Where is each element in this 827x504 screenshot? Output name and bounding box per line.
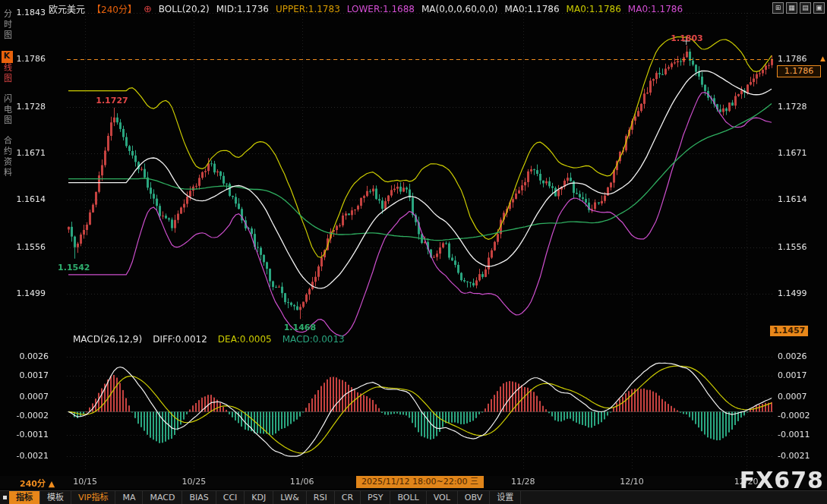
session-low-tag: 1.1457 xyxy=(770,326,808,336)
price-annotation: 1.1803 xyxy=(671,33,702,43)
window-icons: ⊞▦▤▣ xyxy=(772,2,825,14)
indicator-readout: LOWER:1.1688 xyxy=(347,4,415,14)
chart-canvas[interactable] xyxy=(0,0,827,504)
chart-header: 欧元美元 【240分】 ⊕ BOLL(20,2)MID:1.1736UPPER:… xyxy=(49,2,683,15)
tab-kdj[interactable]: KDJ xyxy=(245,491,273,504)
x-axis-tick: 11/28 xyxy=(511,477,535,487)
current-price-tag: 1.1786 xyxy=(777,65,821,77)
tab-indicators[interactable]: 指标 xyxy=(9,491,40,504)
chart-application: 欧元美元 【240分】 ⊕ BOLL(20,2)MID:1.1736UPPER:… xyxy=(0,0,827,504)
macd-readout: DEA:0.0005 xyxy=(218,334,272,345)
macd-header: MACD(26,12,9)DIFF:0.0012DEA:0.0005MACD:0… xyxy=(73,334,345,345)
symbol-name: 欧元美元 xyxy=(49,2,85,15)
indicator-readout: MID:1.1736 xyxy=(216,4,269,14)
layout-grid4-icon[interactable]: ⊞ xyxy=(772,2,784,14)
x-axis-tick: 11/06 xyxy=(290,477,314,487)
indicator-readout: MA(0,0,0,60,0,0) xyxy=(421,4,497,14)
sidebar-item-kline-chart[interactable]: K线图 xyxy=(1,51,13,84)
price-annotation: 1.1727 xyxy=(96,96,128,106)
sidebar-item-time-chart[interactable]: 分时图 xyxy=(1,9,13,41)
price-annotation: 1.1542 xyxy=(58,263,90,272)
date-axis: 240分 ▲ 2025/11/12 18:00~22:00 三 10/1510/… xyxy=(0,476,827,489)
price-up-arrow-icon: ▲ xyxy=(820,55,825,62)
tab-ma[interactable]: MA xyxy=(115,491,143,504)
brand-watermark: FX678 xyxy=(740,467,824,493)
tab-vol[interactable]: VOL xyxy=(427,491,458,504)
macd-readout: MACD(26,12,9) xyxy=(73,334,142,345)
tab-bias[interactable]: BIAS xyxy=(182,491,216,504)
layout-rows-icon[interactable]: ▤ xyxy=(800,2,811,14)
active-tab-bullet-icon xyxy=(3,496,7,499)
tab-obv[interactable]: OBV xyxy=(458,491,490,504)
tab-rsi[interactable]: RSI xyxy=(307,491,335,504)
indicator-readout: MA0:1.1786 xyxy=(628,4,683,14)
macd-readout: MACD:0.0013 xyxy=(283,334,345,345)
tab-lwr[interactable]: LW& xyxy=(273,491,307,504)
indicator-toolbar: 指标模板VIP指标MAMACDBIASCCIKDJLW&RSICRPSYBOLL… xyxy=(0,490,827,504)
tab-templates[interactable]: 模板 xyxy=(40,491,71,504)
indicator-readout: MA0:1.1786 xyxy=(567,4,621,14)
indicator-readout: MA0:1.1786 xyxy=(504,4,559,14)
x-axis-tick: 10/25 xyxy=(182,477,207,487)
indicator-readout: BOLL(20,2) xyxy=(159,4,210,14)
price-annotation: 1.1468 xyxy=(284,323,316,332)
indicator-readout: UPPER:1.1783 xyxy=(276,4,340,14)
tab-vip-indicators[interactable]: VIP指标 xyxy=(71,491,115,504)
sidebar-item-contract-info[interactable]: 合约资料 xyxy=(1,136,13,178)
tab-psy[interactable]: PSY xyxy=(361,491,390,504)
layout-single-icon[interactable]: ▣ xyxy=(813,2,825,14)
period-arrow-icon: ▲ xyxy=(49,479,55,489)
x-axis-tick: 12/10 xyxy=(620,477,644,487)
header-indicators: BOLL(20,2)MID:1.1736UPPER:1.1783LOWER:1.… xyxy=(159,4,683,14)
tab-boll[interactable]: BOLL xyxy=(390,491,426,504)
period-indicator[interactable]: 240分 ▲ xyxy=(20,477,55,489)
tab-cr[interactable]: CR xyxy=(335,491,361,504)
sidebar-item-lightning-chart[interactable]: 闪电图 xyxy=(1,94,13,126)
macd-readout: DIFF:0.0012 xyxy=(153,334,207,345)
tab-macd[interactable]: MACD xyxy=(143,491,182,504)
tab-cci[interactable]: CCI xyxy=(216,491,245,504)
x-axis-tick: 10/15 xyxy=(73,477,97,487)
tab-settings[interactable]: 设置 xyxy=(490,491,521,504)
timeframe-label: 【240分】 xyxy=(92,2,137,15)
layout-grid9-icon[interactable]: ▦ xyxy=(786,2,797,14)
hovered-candle-time: 2025/11/12 18:00~22:00 三 xyxy=(356,476,484,488)
add-indicator-icon[interactable]: ⊕ xyxy=(144,5,152,14)
kline-badge-icon: K xyxy=(2,51,13,63)
chart-type-sidebar: 分时图K线图闪电图合约资料 xyxy=(0,9,13,178)
